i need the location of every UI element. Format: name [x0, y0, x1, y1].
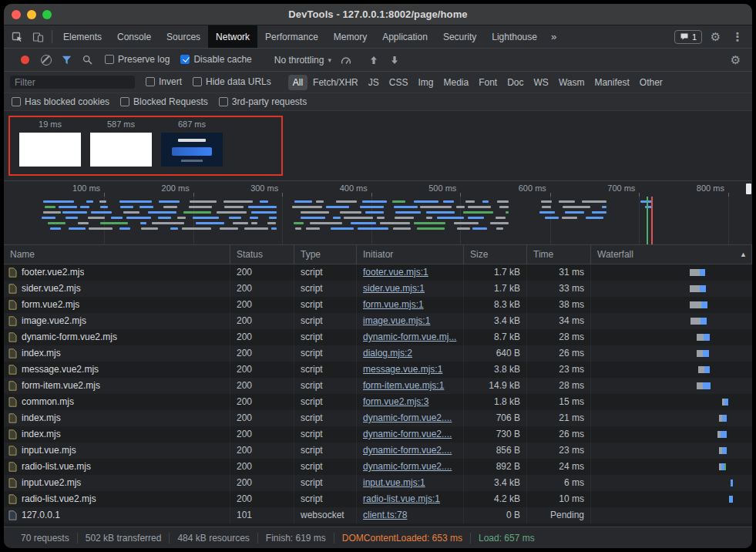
resource-type-filters: AllFetch/XHRJSCSSImgMediaFontDocWSWasmMa…: [288, 75, 668, 90]
checkbox-disable-cache[interactable]: Disable cache: [180, 54, 251, 65]
filter-type-img[interactable]: Img: [413, 75, 438, 90]
checkbox-3rd-party-requests[interactable]: 3rd-party requests: [219, 96, 307, 107]
filter-type-ws[interactable]: WS: [529, 75, 553, 90]
initiator-link[interactable]: footer.vue.mjs:1: [363, 267, 428, 278]
kebab-menu-icon[interactable]: ⋮: [729, 30, 746, 44]
table-row[interactable]: dynamic-form.vue2.mjs200scriptdynamic-fo…: [4, 329, 752, 345]
frame-thumbnail[interactable]: [90, 133, 152, 167]
filter-type-doc[interactable]: Doc: [502, 75, 528, 90]
cell-waterfall: [591, 394, 752, 410]
column-header-type[interactable]: Type: [294, 245, 357, 264]
filter-funnel-icon[interactable]: [56, 56, 77, 65]
filter-type-font[interactable]: Font: [474, 75, 502, 90]
initiator-link[interactable]: sider.vue.mjs:1: [363, 283, 425, 294]
table-row[interactable]: sider.vue2.mjs200scriptsider.vue.mjs:11.…: [4, 281, 752, 297]
table-row[interactable]: index.mjs200scriptdynamic-form.vue2....7…: [4, 426, 752, 443]
device-toolbar-icon[interactable]: [28, 25, 49, 48]
initiator-link[interactable]: dynamic-form.vue2....: [363, 412, 452, 423]
initiator-link[interactable]: dialog.mjs:2: [363, 348, 412, 358]
column-header-size[interactable]: Size: [464, 245, 527, 264]
initiator-link[interactable]: dynamic-form.vue2....: [363, 429, 452, 439]
filter-type-wasm[interactable]: Wasm: [554, 75, 590, 90]
tab-sources[interactable]: Sources: [159, 25, 208, 48]
filter-type-fetch-xhr[interactable]: Fetch/XHR: [308, 75, 363, 90]
inspect-element-icon[interactable]: [7, 25, 28, 48]
initiator-link[interactable]: input.vue.mjs:1: [363, 477, 425, 488]
settings-gear-icon[interactable]: ⚙: [705, 30, 726, 44]
export-har-icon[interactable]: [385, 56, 405, 65]
column-header-waterfall[interactable]: Waterfall ▲: [591, 245, 752, 264]
initiator-link[interactable]: dynamic-form.vue2....: [363, 461, 452, 472]
network-settings-gear-icon[interactable]: ⚙: [725, 53, 746, 67]
tab-application[interactable]: Application: [375, 25, 435, 48]
window-close-button[interactable]: [12, 10, 21, 19]
checkbox-hide-data-urls[interactable]: Hide data URLs: [193, 76, 271, 87]
window-minimize-button[interactable]: [27, 10, 36, 19]
overview-bar: [380, 222, 410, 224]
import-har-icon[interactable]: [364, 56, 385, 65]
tab-performance[interactable]: Performance: [257, 25, 326, 48]
table-row[interactable]: footer.vue2.mjs200scriptfooter.vue.mjs:1…: [4, 264, 752, 281]
search-icon[interactable]: [77, 55, 98, 65]
tab-memory[interactable]: Memory: [326, 25, 375, 48]
cell-initiator: form-item.vue.mjs:1: [357, 378, 464, 394]
initiator-link[interactable]: radio-list.vue.mjs:1: [363, 493, 440, 504]
table-row[interactable]: common.mjs200scriptform.vue2.mjs:31.8 kB…: [4, 394, 752, 410]
column-header-name[interactable]: Name: [4, 245, 230, 264]
tab-security[interactable]: Security: [435, 25, 484, 48]
initiator-link[interactable]: dynamic-form.vue.mj...: [363, 332, 456, 342]
filter-type-js[interactable]: JS: [364, 75, 384, 90]
tab-lighthouse[interactable]: Lighthouse: [484, 25, 545, 48]
checkbox-has-blocked-cookies[interactable]: Has blocked cookies: [12, 96, 109, 107]
tab-elements[interactable]: Elements: [55, 25, 109, 48]
clear-button[interactable]: [35, 55, 56, 66]
checkbox-preserve-log[interactable]: Preserve log: [105, 54, 170, 65]
frame-thumbnail[interactable]: [19, 133, 81, 167]
table-row[interactable]: index.mjs200scriptdialog.mjs:2640 B26 ms: [4, 345, 752, 362]
cell-time: 26 ms: [527, 345, 591, 362]
filter-input[interactable]: [10, 76, 135, 89]
table-row[interactable]: radio-list.vue2.mjs200scriptradio-list.v…: [4, 491, 752, 507]
table-row[interactable]: image.vue2.mjs200scriptimage.vue.mjs:13.…: [4, 313, 752, 329]
tab-console[interactable]: Console: [109, 25, 159, 48]
checkbox-disable-cache-box: [180, 55, 190, 64]
filter-type-all[interactable]: All: [288, 75, 307, 90]
table-row[interactable]: message.vue2.mjs200scriptmessage.vue.mjs…: [4, 362, 752, 378]
record-button[interactable]: [15, 56, 35, 64]
initiator-link[interactable]: form.vue2.mjs:3: [363, 396, 428, 407]
column-header-status[interactable]: Status: [230, 245, 294, 264]
network-overview[interactable]: 100 ms200 ms300 ms400 ms500 ms600 ms700 …: [4, 180, 752, 245]
network-conditions-icon[interactable]: [336, 56, 357, 65]
filter-type-manifest[interactable]: Manifest: [590, 75, 633, 90]
column-header-initiator[interactable]: Initiator: [357, 245, 464, 264]
filter-type-media[interactable]: Media: [438, 75, 473, 90]
table-row[interactable]: input.vue2.mjs200scriptinput.vue.mjs:13.…: [4, 475, 752, 491]
table-row[interactable]: input.vue.mjs200scriptdynamic-form.vue2.…: [4, 443, 752, 459]
table-row[interactable]: index.mjs200scriptdynamic-form.vue2....7…: [4, 410, 752, 426]
console-messages-badge[interactable]: 1: [674, 30, 702, 44]
filter-type-other[interactable]: Other: [635, 75, 667, 90]
frame-thumbnail[interactable]: [161, 133, 223, 167]
initiator-link[interactable]: client.ts:78: [363, 510, 407, 520]
table-row[interactable]: radio-list.vue.mjs200scriptdynamic-form.…: [4, 459, 752, 475]
initiator-link[interactable]: dynamic-form.vue2....: [363, 445, 452, 456]
initiator-link[interactable]: image.vue.mjs:1: [363, 315, 430, 326]
initiator-link[interactable]: form-item.vue.mjs:1: [363, 380, 444, 391]
initiator-link[interactable]: form.vue.mjs:1: [363, 299, 424, 310]
checkbox-invert[interactable]: Invert: [146, 76, 182, 87]
more-tabs-button[interactable]: »: [545, 25, 563, 48]
checkbox-blocked-requests[interactable]: Blocked Requests: [120, 96, 208, 107]
table-row[interactable]: 127.0.0.1101websocketclient.ts:780 BPend…: [4, 507, 752, 523]
column-header-time[interactable]: Time: [527, 245, 591, 264]
overview-bar: [393, 227, 411, 230]
tab-network[interactable]: Network: [208, 25, 257, 48]
table-row[interactable]: form.vue2.mjs200scriptform.vue.mjs:18.3 …: [4, 297, 752, 313]
filter-type-css[interactable]: CSS: [385, 75, 413, 90]
initiator-link[interactable]: message.vue.mjs:1: [363, 364, 442, 375]
overview-scrollbar[interactable]: [746, 183, 751, 194]
waterfall-bar: [697, 334, 704, 341]
script-file-icon: [8, 413, 17, 423]
throttling-dropdown[interactable]: No throttling ▾: [270, 55, 336, 66]
window-zoom-button[interactable]: [42, 10, 52, 19]
table-row[interactable]: form-item.vue2.mjs200scriptform-item.vue…: [4, 378, 752, 394]
